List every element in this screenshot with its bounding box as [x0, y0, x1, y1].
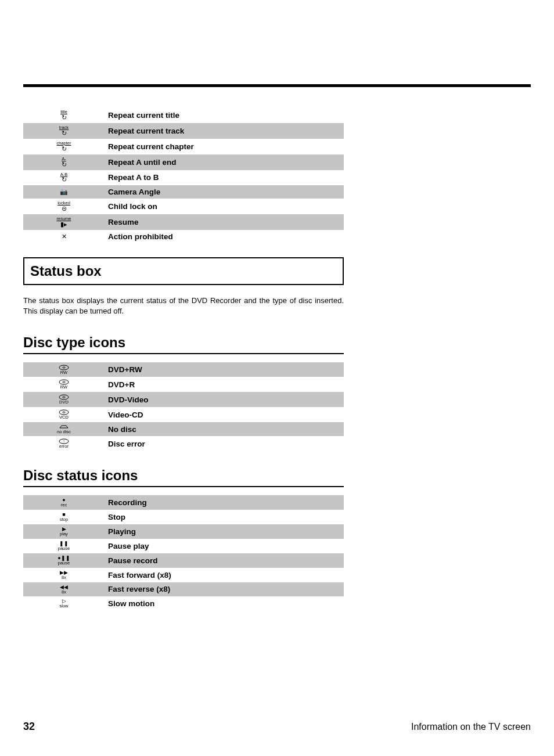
svg-point-2 [59, 380, 69, 384]
icon-row: title↻Repeat current title [23, 107, 344, 123]
row-icon: track↻ [23, 123, 105, 139]
row-label: Slow motion [105, 596, 344, 611]
svg-point-7 [63, 412, 65, 413]
disc-status-icon: ▷slow [23, 596, 105, 611]
row-label: Stop [105, 510, 344, 524]
icon-row: ▷slowSlow motion [23, 596, 344, 611]
disc-status-icon: ▶play [23, 524, 105, 539]
row-icon: A-↻ [23, 154, 105, 170]
row-label: Pause play [105, 539, 344, 553]
icon-row: ◀◀8xFast reverse (x8) [23, 582, 344, 597]
disc-status-icon: ●❚❚pause [23, 553, 105, 568]
row-icon: 📷 [23, 185, 105, 199]
icon-row: ●recRecording [23, 495, 344, 510]
disc-type-icon: !error [23, 436, 105, 451]
icon-row: resume▮▸Resume [23, 214, 344, 230]
icon-row: ■stopStop [23, 510, 344, 524]
svg-point-6 [59, 410, 69, 415]
icon-row: chapter↻Repeat current chapter [23, 139, 344, 154]
row-label: Repeat current track [105, 123, 344, 139]
row-icon: ✕ [23, 230, 105, 243]
row-icon: title↻ [23, 107, 105, 123]
row-label: Fast reverse (x8) [105, 582, 344, 597]
footer-title: Information on the TV screen [411, 722, 531, 732]
disc-type-heading: Disc type icons [23, 334, 344, 354]
icon-row: no discNo disc [23, 422, 344, 436]
row-label: DVD+RW [105, 362, 344, 377]
disc-type-icon: DVD [23, 392, 105, 407]
icon-row: A-↻Repeat A until end [23, 154, 344, 170]
icon-row: ▶playPlaying [23, 524, 344, 539]
row-label: Disc error [105, 436, 344, 451]
disc-status-table: ●recRecording■stopStop▶playPlaying❚❚paus… [23, 495, 344, 611]
disc-status-heading: Disc status icons [23, 467, 344, 487]
row-label: Repeat A until end [105, 154, 344, 170]
repeat-actions-table: title↻Repeat current titletrack↻Repeat c… [23, 107, 344, 243]
disc-status-icon: ❚❚pause [23, 539, 105, 553]
icon-row: ▶▶8xFast forward (x8) [23, 568, 344, 582]
page-footer: 32 Information on the TV screen [23, 721, 531, 733]
page-number: 32 [23, 721, 35, 733]
icon-row: !errorDisc error [23, 436, 344, 451]
disc-type-icon: VCD [23, 407, 105, 422]
row-icon: A-B↻ [23, 170, 105, 186]
icon-row: ●❚❚pausePause record [23, 553, 344, 568]
svg-point-5 [63, 397, 65, 398]
row-icon: resume▮▸ [23, 214, 105, 230]
disc-type-table: RWDVD+RWRWDVD+RDVDDVD-VideoVCDVideo-CDno… [23, 362, 344, 452]
svg-point-0 [59, 365, 69, 370]
icon-row: VCDVideo-CD [23, 407, 344, 422]
row-label: DVD+R [105, 377, 344, 392]
icon-row: DVDDVD-Video [23, 392, 344, 407]
row-icon: locked⊝ [23, 199, 105, 214]
row-label: Repeat current chapter [105, 139, 344, 154]
svg-point-3 [63, 381, 65, 383]
svg-point-1 [63, 366, 65, 368]
row-label: Child lock on [105, 199, 344, 214]
disc-status-icon: ▶▶8x [23, 568, 105, 582]
icon-row: ❚❚pausePause play [23, 539, 344, 553]
row-label: No disc [105, 422, 344, 436]
top-rule [23, 84, 531, 87]
row-label: Repeat A to B [105, 170, 344, 186]
icon-row: locked⊝Child lock on [23, 199, 344, 214]
icon-row: 📷Camera Angle [23, 185, 344, 199]
svg-point-4 [59, 395, 69, 399]
row-label: DVD-Video [105, 392, 344, 407]
disc-type-icon: RW [23, 362, 105, 377]
row-icon: chapter↻ [23, 139, 105, 154]
svg-text:!: ! [63, 440, 64, 443]
disc-status-icon: ■stop [23, 510, 105, 524]
disc-status-icon: ◀◀8x [23, 582, 105, 597]
disc-type-icon: RW [23, 377, 105, 392]
row-label: Repeat current title [105, 107, 344, 123]
disc-status-icon: ●rec [23, 495, 105, 510]
row-label: Pause record [105, 553, 344, 568]
status-box-heading: Status box [23, 257, 344, 285]
row-label: Recording [105, 495, 344, 510]
status-box-body: The status box displays the current stat… [23, 296, 344, 316]
icon-row: track↻Repeat current track [23, 123, 344, 139]
icon-row: RWDVD+RW [23, 362, 344, 377]
disc-type-icon: no disc [23, 422, 105, 436]
row-label: Playing [105, 524, 344, 539]
row-label: Camera Angle [105, 185, 344, 199]
icon-row: RWDVD+R [23, 377, 344, 392]
row-label: Resume [105, 214, 344, 230]
row-label: Action prohibited [105, 230, 344, 243]
icon-row: A-B↻Repeat A to B [23, 170, 344, 186]
row-label: Video-CD [105, 407, 344, 422]
status-box-title: Status box [30, 263, 337, 279]
icon-row: ✕Action prohibited [23, 230, 344, 243]
row-label: Fast forward (x8) [105, 568, 344, 582]
